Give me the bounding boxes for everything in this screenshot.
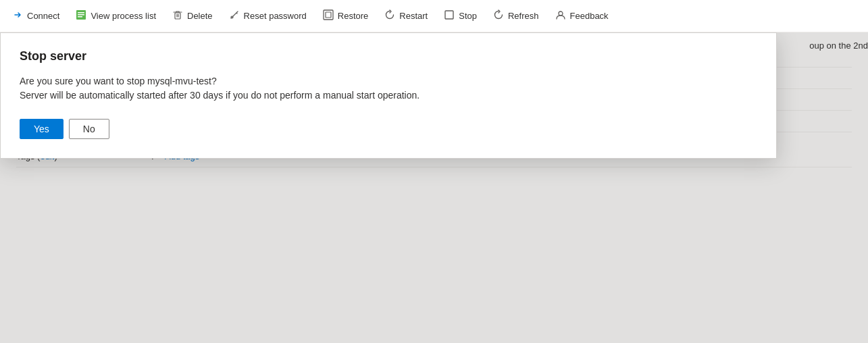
toolbar-delete[interactable]: Delete xyxy=(165,5,220,27)
view-process-list-label: View process list xyxy=(91,11,156,21)
main-content: oup on the 2nd Subscription ID : Resourc… xyxy=(0,32,868,343)
restore-label: Restore xyxy=(338,11,369,21)
refresh-icon xyxy=(493,9,504,23)
toolbar-restart[interactable]: Restart xyxy=(378,5,434,27)
toolbar-stop[interactable]: Stop xyxy=(437,5,484,27)
modal-buttons: Yes No xyxy=(20,119,757,139)
stop-icon xyxy=(444,9,455,23)
restart-label: Restart xyxy=(399,11,428,21)
delete-icon xyxy=(172,9,183,23)
connect-icon xyxy=(12,9,23,23)
delete-label: Delete xyxy=(187,11,213,21)
svg-rect-7 xyxy=(326,12,331,18)
no-button[interactable]: No xyxy=(69,119,109,139)
svg-rect-2 xyxy=(78,14,84,16)
toolbar-view-process-list[interactable]: View process list xyxy=(69,5,163,27)
svg-rect-6 xyxy=(324,10,333,20)
refresh-label: Refresh xyxy=(508,11,539,21)
svg-rect-1 xyxy=(78,12,84,14)
modal-title: Stop server xyxy=(20,49,757,63)
svg-rect-4 xyxy=(175,13,180,19)
stop-label: Stop xyxy=(459,11,477,21)
toolbar-connect[interactable]: Connect xyxy=(5,5,66,27)
modal-line2: Server will be automatically started aft… xyxy=(20,88,757,103)
connect-label: Connect xyxy=(27,11,59,21)
toolbar: Connect View process list Delete xyxy=(0,0,868,32)
restart-icon xyxy=(384,9,395,23)
toolbar-restore[interactable]: Restore xyxy=(316,5,376,27)
view-process-list-icon xyxy=(76,9,86,23)
toolbar-reset-password[interactable]: Reset password xyxy=(222,5,313,27)
svg-rect-8 xyxy=(445,11,453,19)
feedback-label: Feedback xyxy=(570,11,609,21)
modal-body: Are you sure you want to stop mysql-mvu-… xyxy=(20,74,757,103)
yes-button[interactable]: Yes xyxy=(20,119,63,139)
reset-password-label: Reset password xyxy=(244,11,307,21)
reset-password-icon xyxy=(229,9,240,23)
stop-server-modal: Stop server Are you sure you want to sto… xyxy=(0,32,777,159)
svg-point-9 xyxy=(559,11,563,16)
restore-icon xyxy=(323,9,334,23)
toolbar-feedback[interactable]: Feedback xyxy=(548,5,615,27)
feedback-icon xyxy=(555,9,566,23)
toolbar-refresh[interactable]: Refresh xyxy=(486,5,546,27)
svg-rect-3 xyxy=(78,16,82,18)
modal-line1: Are you sure you want to stop mysql-mvu-… xyxy=(20,74,757,88)
